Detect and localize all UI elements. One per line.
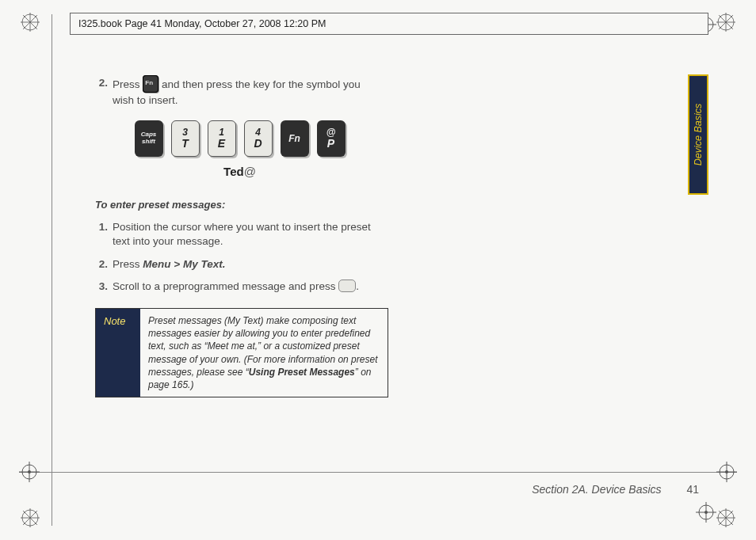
note-box: Note Preset messages (My Text) make comp… — [95, 308, 388, 397]
step-text: Position the cursor where you want to in… — [113, 220, 384, 249]
crop-mark-icon — [715, 11, 737, 33]
register-target-icon — [19, 462, 40, 482]
note-body: Preset messages (My Text) make composing… — [140, 309, 388, 397]
key-3t-icon: 3 T — [171, 120, 200, 157]
step-number: 3. — [95, 280, 113, 294]
trim-line-vertical — [52, 14, 52, 526]
fn-key-icon — [143, 75, 158, 93]
instruction-step: 1. Position the cursor where you want to… — [95, 220, 384, 249]
footer-section: Section 2A. Device Basics — [532, 483, 661, 496]
instruction-step: 3. Scroll to a preprogrammed message and… — [95, 280, 384, 294]
register-target-icon — [716, 462, 737, 482]
page-meta-header: I325.book Page 41 Monday, October 27, 20… — [70, 13, 708, 35]
step-number: 1. — [95, 220, 113, 249]
step-text: Scroll to a preprogrammed message and pr… — [113, 280, 384, 294]
footer-page-number: 41 — [686, 483, 699, 496]
page-footer: Section 2A. Device Basics 41 — [95, 483, 699, 496]
step-number: 2. — [95, 76, 113, 108]
key-1e-icon: 1 E — [208, 120, 236, 157]
crop-mark-icon — [19, 507, 41, 529]
note-label: Note — [96, 309, 140, 397]
trim-line-horizontal — [19, 472, 737, 473]
instruction-step: 2. Press and then press the key for the … — [95, 76, 384, 108]
key-4d-icon: 4 D — [244, 120, 273, 157]
step-number: 2. — [95, 257, 113, 272]
step-text: Press Menu > My Text. — [113, 257, 384, 272]
crop-mark-icon — [715, 507, 737, 529]
keyboard-key-row: Caps shift 3 T 1 E 4 D Fn @ P — [95, 120, 384, 157]
fn-key-icon: Fn — [281, 120, 309, 157]
ok-button-key-icon — [338, 280, 356, 292]
subheading: To enter preset messages: — [95, 199, 384, 211]
section-side-tab-label: Device Basics — [693, 104, 704, 166]
typed-output-sample: Ted@ — [95, 165, 384, 178]
section-side-tab: Device Basics — [688, 74, 708, 195]
caps-shift-key-icon: Caps shift — [135, 120, 163, 157]
instruction-step: 2. Press Menu > My Text. — [95, 257, 384, 272]
step-text: Press and then press the key for the sym… — [113, 76, 384, 108]
register-target-icon — [696, 502, 716, 523]
crop-mark-icon — [19, 11, 41, 33]
page-content: 2. Press and then press the key for the … — [95, 76, 384, 397]
key-at-p-icon: @ P — [317, 120, 346, 157]
